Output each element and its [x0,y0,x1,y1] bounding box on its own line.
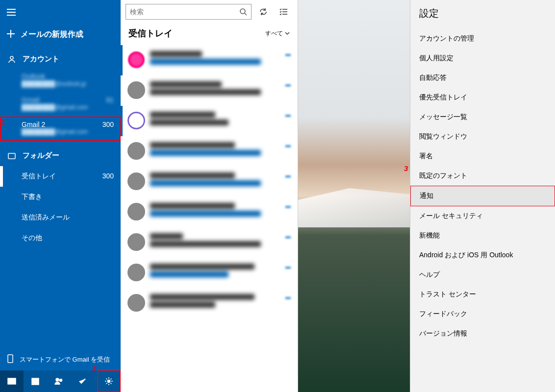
check-icon [78,377,87,386]
person-icon [7,55,17,63]
select-mode-button[interactable] [275,4,293,20]
settings-item-focused[interactable]: 優先受信トレイ [410,88,555,107]
settings-item-accounts[interactable]: アカウントの管理 [410,29,555,49]
svg-rect-1 [8,153,15,159]
settings-title: 設定 [410,0,555,29]
avatar [127,51,145,69]
account-item-gmail2[interactable]: Gmail 2300 ████████@gmail.com [0,117,121,141]
folder-inbox[interactable]: 受信トレイ 300 [0,166,121,187]
people-icon [54,377,63,386]
settings-item-trust[interactable]: トラスト センター [410,285,555,304]
chevron-down-icon [285,31,290,36]
search-box[interactable] [126,4,252,20]
sync-button[interactable] [254,4,272,20]
message-item[interactable]: ▬ [121,75,298,106]
message-item[interactable]: ▬ [121,288,298,318]
todo-app-button[interactable] [71,370,94,392]
message-item[interactable]: ▬ [121,167,298,197]
folders-header[interactable]: フォルダー [0,145,121,166]
accounts-label: アカウント [23,54,59,64]
settings-item-msglist[interactable]: メッセージ一覧 [410,107,555,127]
settings-item-notifications[interactable]: 通知 [410,186,555,206]
navigation-sidebar: メールの新規作成 アカウント Outlook ████████@outlook.… [0,0,121,392]
message-item[interactable]: ▬ [121,45,298,75]
accounts-header[interactable]: アカウント [0,49,121,70]
menu-toggle[interactable] [0,4,121,23]
settings-item-font[interactable]: 既定のフォント [410,166,555,186]
multiselect-icon [279,7,288,16]
refresh-icon [259,7,268,16]
avatar [127,264,145,281]
search-icon [239,8,247,16]
settings-item-reading[interactable]: 閲覧ウィンドウ [410,127,555,147]
callout-3: 3 [404,164,408,172]
plus-icon [7,30,15,40]
avatar [127,233,145,251]
message-list[interactable]: ▬ ▬ ▬ ▬ ▬ ▬ ▬ ▬ ▬ [121,45,298,392]
folder-icon [7,152,17,160]
svg-rect-4 [32,378,39,385]
account-item-gmail[interactable]: Gmail91 ████████@gmail.com [0,93,121,114]
message-item[interactable]: ▬ [121,258,298,288]
svg-point-5 [56,378,59,381]
settings-panel: 設定 アカウントの管理 個人用設定 自動応答 優先受信トレイ メッセージ一覧 閲… [410,0,555,392]
settings-item-security[interactable]: メール セキュリティ [410,206,555,226]
svg-rect-2 [8,355,13,363]
svg-point-6 [60,379,62,382]
settings-item-signature[interactable]: 署名 [410,147,555,166]
message-item[interactable]: ▬ [121,227,298,258]
hamburger-icon [7,8,16,17]
mail-app-button[interactable] [0,370,24,392]
settings-item-mobile[interactable]: Android および iOS 用 Outlook [410,245,555,265]
people-app-button[interactable] [47,370,71,392]
mail-icon [7,377,16,386]
avatar [127,81,145,99]
account-item-outlook[interactable]: Outlook ████████@outlook.jp [0,70,121,90]
settings-item-whatsnew[interactable]: 新機能 [410,226,555,245]
folder-drafts[interactable]: 下書き [0,187,121,207]
folder-other[interactable]: その他 [0,228,121,248]
settings-item-help[interactable]: ヘルプ [410,265,555,285]
settings-item-about[interactable]: バージョン情報 [410,324,555,343]
avatar [127,142,145,160]
settings-item-personalization[interactable]: 個人用設定 [410,49,555,68]
settings-button[interactable] [97,370,121,392]
compose-label: メールの新規作成 [21,29,83,40]
phone-icon [7,354,14,365]
svg-point-7 [108,380,110,383]
message-item[interactable]: ▬ [121,106,298,136]
message-item[interactable]: ▬ [121,136,298,167]
filter-dropdown[interactable]: すべて [265,29,290,38]
calendar-app-button[interactable] [24,370,47,392]
svg-point-0 [10,56,13,59]
message-item[interactable]: ▬ [121,197,298,227]
svg-point-8 [240,9,245,14]
inbox-title: 受信トレイ [128,27,173,39]
settings-item-feedback[interactable]: フィードバック [410,304,555,324]
avatar [127,203,145,220]
avatar [127,112,145,129]
folder-sent[interactable]: 送信済みメール [0,207,121,228]
message-list-pane: 受信トレイ すべて ▬ ▬ ▬ ▬ ▬ ▬ ▬ ▬ ▬ [121,0,298,392]
gear-icon [104,377,113,386]
app-switcher [0,370,121,392]
calendar-icon [31,377,40,386]
callout-2: 2 [92,364,96,372]
folders-label: フォルダー [23,151,59,160]
avatar [127,294,145,312]
search-input[interactable] [130,8,239,16]
mobile-promo[interactable]: スマートフォンで Gmail を受信 [0,348,121,370]
compose-button[interactable]: メールの新規作成 [0,23,121,49]
settings-item-autoreply[interactable]: 自動応答 [410,68,555,88]
callout-1: 1 [1,118,5,126]
avatar [127,172,145,190]
